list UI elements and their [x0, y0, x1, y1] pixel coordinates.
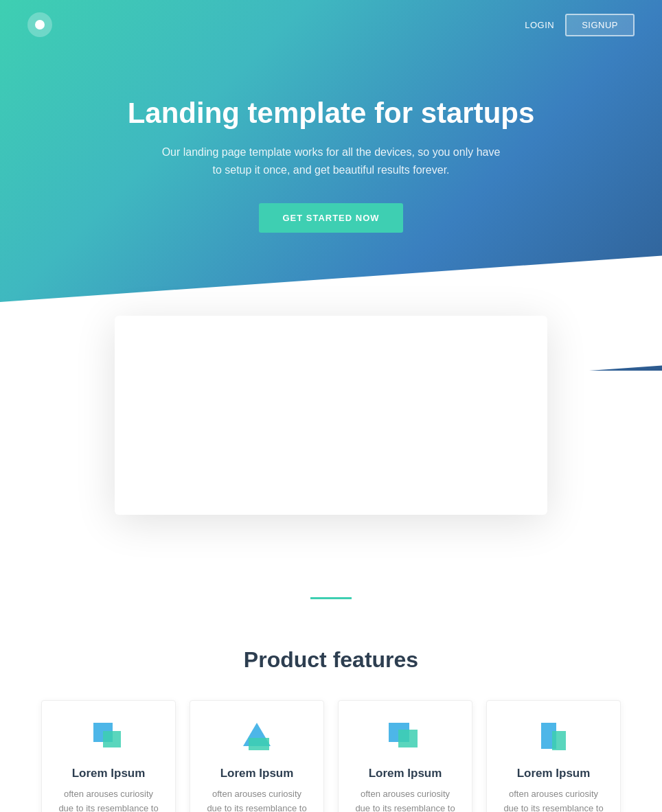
feature-icon-2 — [238, 721, 276, 753]
feature-name-3: Lorem Ipsum — [369, 767, 442, 780]
svg-rect-7 — [552, 731, 566, 750]
feature-card-4: Lorem Ipsum often arouses curiosity due … — [486, 700, 621, 812]
features-title: Product features — [41, 647, 621, 673]
logo — [27, 12, 52, 37]
feature-desc-3: often arouses curiosity due to its resem… — [352, 787, 458, 812]
hero-title: Landing template for startups — [128, 97, 535, 130]
signup-button[interactable]: SIGNUP — [565, 14, 635, 36]
features-section: Product features Lorem Ipsum often arous… — [0, 627, 662, 812]
svg-rect-1 — [103, 731, 121, 747]
svg-rect-3 — [249, 738, 269, 750]
feature-card-3: Lorem Ipsum often arouses curiosity due … — [338, 700, 472, 812]
feature-desc-4: often arouses curiosity due to its resem… — [501, 787, 606, 812]
feature-desc-2: often arouses curiosity due to its resem… — [204, 787, 310, 812]
feature-name-1: Lorem Ipsum — [72, 767, 146, 780]
divider — [310, 597, 352, 599]
features-grid: Lorem Ipsum often arouses curiosity due … — [41, 700, 621, 812]
svg-rect-5 — [398, 730, 418, 747]
feature-icon-3 — [386, 721, 424, 753]
feature-icon-1 — [89, 721, 128, 753]
logo-dot — [35, 20, 45, 30]
feature-card-2: Lorem Ipsum often arouses curiosity due … — [190, 700, 324, 812]
get-started-button[interactable]: GET STARTED NOW — [259, 203, 402, 233]
screenshot-card — [115, 316, 547, 515]
login-button[interactable]: LOGIN — [525, 20, 554, 30]
navbar: LOGIN SIGNUP — [0, 0, 662, 49]
feature-name-4: Lorem Ipsum — [517, 767, 591, 780]
hero-subtitle: Our landing page template works for all … — [159, 143, 503, 178]
feature-desc-1: often arouses curiosity due to its resem… — [56, 787, 161, 812]
nav-actions: LOGIN SIGNUP — [525, 14, 635, 36]
feature-card-1: Lorem Ipsum often arouses curiosity due … — [41, 700, 176, 812]
feature-icon-4 — [534, 721, 573, 753]
feature-name-2: Lorem Ipsum — [220, 767, 294, 780]
screenshot-section — [0, 371, 662, 597]
